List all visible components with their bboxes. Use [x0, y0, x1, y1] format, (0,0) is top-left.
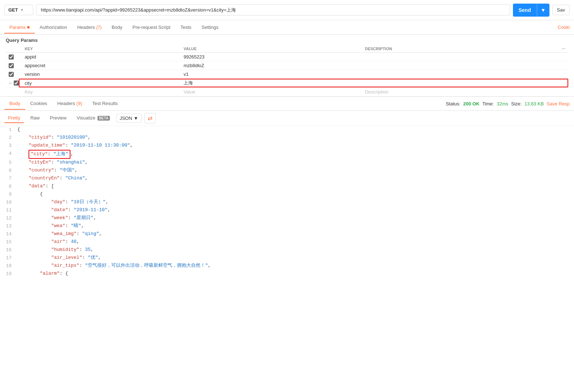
code-line: 9 { — [0, 191, 574, 199]
param-value-input[interactable] — [184, 63, 359, 68]
param-desc-input[interactable] — [365, 54, 540, 60]
param-key-input[interactable] — [25, 80, 178, 86]
fmt-tab-visualize[interactable]: Visualize BETA — [73, 113, 113, 123]
param-desc-cell[interactable] — [362, 53, 543, 61]
param-desc-cell[interactable] — [362, 61, 543, 70]
headers-badge: (7) — [96, 25, 102, 30]
param-value-input[interactable] — [184, 80, 359, 86]
line-content: "day": "10日（今天）", — [17, 199, 574, 206]
time-value: 32ms — [497, 101, 508, 106]
wrap-button[interactable]: ⇄ — [144, 113, 156, 123]
param-key-input[interactable] — [25, 63, 178, 68]
line-content: { — [17, 191, 574, 198]
tab-params[interactable]: Params — [4, 22, 35, 34]
new-param-row: Key Value Description — [6, 88, 568, 96]
param-desc-input[interactable] — [365, 80, 540, 86]
tab-tests[interactable]: Tests — [176, 22, 197, 34]
line-content: "air_level": "优", — [17, 254, 574, 262]
method-select[interactable]: GET ▼ — [4, 5, 33, 15]
tab-headers[interactable]: Headers (7) — [72, 22, 107, 34]
param-desc-cell[interactable] — [362, 70, 543, 79]
cookies-link[interactable]: Cooki — [558, 22, 570, 33]
param-value-cell[interactable] — [181, 79, 362, 88]
resp-tab-body[interactable]: Body — [4, 98, 25, 110]
line-content: "city": "上海", — [17, 150, 574, 159]
col-desc: DESCRIPTION — [362, 45, 543, 53]
send-arrow-icon[interactable]: ▼ — [537, 4, 549, 17]
col-more[interactable]: ··· — [543, 45, 568, 53]
tab-settings[interactable]: Settings — [197, 22, 224, 34]
table-row — [6, 61, 568, 70]
param-value-cell[interactable] — [181, 53, 362, 61]
new-key-placeholder[interactable]: Key — [25, 89, 33, 95]
line-content: "wea": "晴", — [17, 222, 574, 230]
param-key-input[interactable] — [25, 71, 178, 77]
code-line: 15 "air": 48, — [0, 238, 574, 246]
fmt-tab-pretty[interactable]: Pretty — [4, 113, 24, 123]
code-line: 3 "update_time": "2019-11-10 11:30:00", — [0, 142, 574, 150]
new-desc-placeholder[interactable]: Description — [365, 89, 388, 95]
resp-tab-cookies[interactable]: Cookies — [25, 98, 52, 110]
format-bar: Pretty Raw Preview Visualize BETA JSON ▼… — [0, 111, 574, 126]
status-value: 200 OK — [463, 101, 479, 106]
code-line: 1{ — [0, 126, 574, 134]
line-number: 5 — [0, 159, 17, 167]
param-key-input[interactable] — [25, 54, 178, 60]
status-label: Status: — [446, 101, 460, 106]
time-label: Time: — [482, 101, 494, 106]
code-area[interactable]: 1{2 "cityid": "101020100",3 "update_time… — [0, 126, 574, 392]
code-line: 10 "day": "10日（今天）", — [0, 199, 574, 206]
size-label: Size: — [511, 101, 522, 106]
line-number: 11 — [0, 206, 17, 214]
param-checkbox[interactable] — [9, 72, 14, 77]
save-response-link[interactable]: Save Resp — [547, 101, 570, 106]
param-desc-input[interactable] — [365, 63, 540, 68]
fmt-tab-raw[interactable]: Raw — [27, 113, 43, 123]
params-dot — [27, 26, 30, 29]
param-checkbox[interactable] — [9, 63, 14, 68]
param-value-input[interactable] — [184, 54, 359, 60]
param-desc-input[interactable] — [365, 71, 540, 77]
line-content: "week": "星期日", — [17, 214, 574, 222]
param-key-cell[interactable] — [22, 79, 181, 88]
check-cell — [6, 70, 22, 79]
param-value-cell[interactable] — [181, 61, 362, 70]
resp-tab-testresults[interactable]: Test Results — [87, 98, 123, 110]
save-button[interactable]: Sav — [552, 5, 570, 15]
tab-authorization[interactable]: Authorization — [35, 22, 72, 34]
request-tab-bar: Params Authorization Headers (7) Body Pr… — [0, 20, 574, 35]
json-format-select[interactable]: JSON ▼ — [116, 114, 142, 123]
tab-body[interactable]: Body — [107, 22, 128, 34]
param-value-input[interactable] — [184, 71, 359, 77]
code-line: 8 "data": [ — [0, 183, 574, 191]
line-number: 18 — [0, 262, 17, 270]
code-line: 4 "city": "上海", — [0, 150, 574, 159]
line-number: 8 — [0, 183, 17, 191]
param-key-cell[interactable] — [22, 53, 181, 61]
line-number: 16 — [0, 246, 17, 254]
url-input[interactable] — [36, 4, 510, 16]
code-line: 2 "cityid": "101020100", — [0, 134, 574, 142]
param-key-cell[interactable] — [22, 70, 181, 79]
tab-prerequest[interactable]: Pre-request Script — [128, 22, 176, 34]
params-table: KEY VALUE DESCRIPTION ··· — [6, 45, 568, 96]
param-key-cell[interactable] — [22, 61, 181, 70]
param-desc-cell[interactable] — [362, 79, 543, 88]
param-checkbox[interactable] — [9, 55, 14, 60]
param-checkbox[interactable] — [14, 80, 19, 86]
fmt-tab-preview[interactable]: Preview — [46, 113, 70, 123]
param-value-cell[interactable] — [181, 70, 362, 79]
line-number: 9 — [0, 191, 17, 199]
send-button[interactable]: Send ▼ — [513, 4, 549, 17]
new-value-placeholder[interactable]: Value — [184, 89, 195, 95]
response-bar: Body Cookies Headers (9) Test Results St… — [0, 96, 574, 111]
line-content: "update_time": "2019-11-10 11:30:00", — [17, 142, 574, 149]
table-row — [6, 70, 568, 79]
code-line: 19 "alarm": { — [0, 270, 574, 278]
line-number: 12 — [0, 214, 17, 222]
resp-tab-headers[interactable]: Headers (9) — [52, 98, 87, 110]
size-value: 13.83 KB — [525, 101, 544, 106]
json-chevron-icon: ▼ — [134, 116, 138, 121]
code-line: 18 "air_tips": "空气很好，可以外出活动，呼吸新鲜空气，拥抱大自然… — [0, 262, 574, 270]
line-number: 14 — [0, 230, 17, 238]
